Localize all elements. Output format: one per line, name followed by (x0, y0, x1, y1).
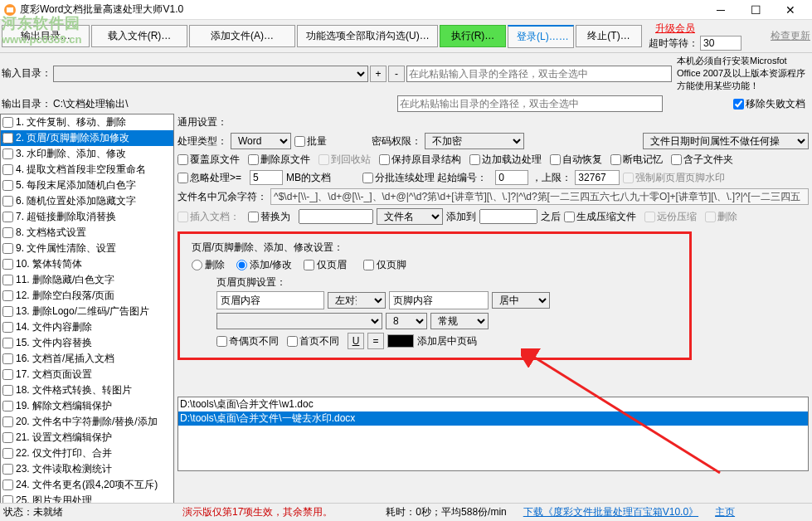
sidebar-item[interactable]: 21. 设置文档编辑保护 (1, 430, 173, 446)
sidebar-item[interactable]: 16. 文档首/尾插入文档 (1, 351, 173, 367)
hf-delete-radio[interactable] (192, 260, 202, 270)
sidebar-item[interactable]: 5. 每段末尾添加随机白色字 (1, 178, 173, 193)
font-style-select[interactable]: 常规 (430, 313, 489, 329)
input-dir-select[interactable] (53, 66, 368, 82)
header-align-select[interactable]: 左对齐 (328, 292, 386, 309)
filename-prefix-select[interactable]: 文件名首 (377, 208, 443, 225)
color-swatch[interactable] (387, 334, 414, 348)
break-mem-cb[interactable] (610, 154, 621, 165)
sidebar-item-checkbox[interactable] (2, 180, 13, 191)
file-list[interactable]: D:\tools\桌面\合并文件\w1.doc D:\tools\桌面\合并文件… (177, 397, 809, 471)
download-link[interactable]: 下载《度彩文件批量处理百宝箱V10.0》 (523, 505, 698, 519)
underline-button[interactable]: U (348, 333, 364, 349)
split-cb[interactable] (362, 173, 373, 183)
sidebar-item[interactable]: 24. 文件名更名(跟4,20项不互斥) (1, 477, 173, 493)
gen-zip-cb[interactable] (564, 212, 575, 222)
sidebar-item[interactable]: 14. 文件内容删除 (1, 319, 173, 335)
sidebar-item-checkbox[interactable] (2, 353, 13, 364)
sidebar-item-checkbox[interactable] (2, 464, 13, 475)
only-footer-cb[interactable] (363, 260, 374, 270)
input-dir-paste[interactable] (406, 66, 672, 82)
sidebar-item[interactable]: 6. 随机位置处添加隐藏文字 (1, 193, 173, 209)
sidebar-item-checkbox[interactable] (2, 416, 13, 427)
split-start-spin[interactable]: 0 (495, 170, 528, 185)
header-content-field[interactable] (216, 291, 324, 309)
sidebar-item-checkbox[interactable] (2, 448, 13, 459)
replace-as-cb[interactable] (248, 212, 259, 222)
sidebar-item-checkbox[interactable] (2, 243, 13, 254)
include-sub-cb[interactable] (671, 154, 682, 165)
sidebar-item-checkbox[interactable] (2, 212, 13, 222)
auto-recover-cb[interactable] (550, 154, 561, 165)
login-button[interactable]: 登录(L)…… (508, 25, 574, 48)
close-button[interactable]: ✕ (779, 3, 802, 17)
sidebar-item-checkbox[interactable] (2, 322, 13, 333)
sidebar-item[interactable]: 22. 仅文件打印、合并 (1, 446, 173, 461)
sidebar-item[interactable]: 4. 提取文档首段非空段重命名 (1, 162, 173, 178)
overwrite-cb[interactable] (177, 154, 188, 165)
sidebar-item-checkbox[interactable] (2, 133, 13, 144)
load-files-button[interactable]: 载入文件(R)… (91, 25, 187, 47)
add-file-button[interactable]: 添加文件(A)… (189, 25, 295, 47)
sidebar-item[interactable]: 12. 删除空白段落/页面 (1, 288, 173, 304)
minimize-button[interactable]: ─ (709, 3, 732, 17)
delete-orig-cb[interactable] (248, 154, 259, 165)
font-size-select[interactable]: 8 (386, 313, 427, 329)
ignore-cb[interactable] (177, 173, 188, 183)
sidebar-item[interactable]: 10. 繁体转简体 (1, 256, 173, 272)
batch-checkbox[interactable] (294, 136, 305, 147)
sidebar-item[interactable]: 8. 文档格式设置 (1, 225, 173, 241)
sidebar-item[interactable]: 23. 文件读取检测统计 (1, 461, 173, 477)
sidebar-item-checkbox[interactable] (2, 164, 13, 175)
sidebar-item[interactable]: 20. 文件名中字符删除/替换/添加 (1, 414, 173, 430)
edge-cb[interactable] (469, 154, 480, 165)
sidebar-item-checkbox[interactable] (2, 385, 13, 396)
sidebar-item[interactable]: 2. 页眉/页脚删除添加修改 (1, 130, 173, 146)
maximize-button[interactable]: ☐ (744, 3, 767, 17)
equals-button[interactable]: = (367, 333, 384, 349)
sidebar-item-checkbox[interactable] (2, 401, 13, 411)
add-input-button[interactable]: + (370, 66, 387, 82)
sidebar-item-checkbox[interactable] (2, 196, 13, 207)
addto-field[interactable] (479, 209, 537, 224)
check-update-link[interactable]: 检查更新 (771, 29, 810, 43)
redundant-field[interactable]: ^$\d+[\\-_]、\d+@[\\-_]、\d+@|^\d?第\d+[讲章节… (270, 188, 809, 205)
font-family-select[interactable] (216, 313, 382, 329)
output-dir-paste[interactable] (397, 95, 663, 112)
pwd-select[interactable]: 不加密 (425, 133, 524, 149)
sidebar-item[interactable]: 9. 文件属性清除、设置 (1, 241, 173, 256)
footer-content-field[interactable] (389, 291, 489, 309)
sidebar-item[interactable]: 19. 解除文档编辑保护 (1, 398, 173, 414)
replace-as-field[interactable] (299, 209, 373, 224)
remove-input-button[interactable]: - (388, 66, 405, 82)
execute-button[interactable]: 执行(R)… (440, 25, 506, 47)
sidebar-item-checkbox[interactable] (2, 338, 13, 348)
sidebar-item[interactable]: 3. 水印删除、添加、修改 (1, 146, 173, 162)
sidebar-item-checkbox[interactable] (2, 117, 13, 128)
home-link[interactable]: 主页 (715, 505, 735, 519)
first-diff-cb[interactable] (287, 336, 298, 347)
footer-pos-select[interactable]: 居中 (492, 292, 550, 309)
timeout-spin[interactable]: 30 (700, 36, 741, 51)
sidebar-item[interactable]: 13. 删除Logo/二维码/广告图片 (1, 304, 173, 319)
remove-failed-checkbox[interactable] (733, 99, 744, 110)
hf-add-radio[interactable] (236, 260, 247, 270)
sidebar-item[interactable]: 18. 文件格式转换、转图片 (1, 382, 173, 398)
sidebar-item-checkbox[interactable] (2, 369, 13, 380)
sidebar-item[interactable]: 15. 文件内容替换 (1, 335, 173, 351)
sidebar-item-checkbox[interactable] (2, 306, 13, 317)
sidebar-item[interactable]: 7. 超链接删除取消替换 (1, 209, 173, 225)
sidebar-item-checkbox[interactable] (2, 149, 13, 159)
only-header-cb[interactable] (304, 260, 314, 270)
process-type-select[interactable]: Word (231, 133, 291, 149)
sidebar-item-checkbox[interactable] (2, 432, 13, 443)
date-attr-select[interactable]: 文件日期时间属性不做任何操作 (643, 133, 809, 149)
stop-button[interactable]: 终止(T)… (576, 25, 642, 47)
sidebar-item-checkbox[interactable] (2, 259, 13, 270)
sidebar-item-checkbox[interactable] (2, 227, 13, 238)
file-row[interactable]: D:\tools\桌面\合并文件\w1.doc (178, 397, 808, 411)
sidebar-item-checkbox[interactable] (2, 275, 13, 285)
file-row[interactable]: D:\tools\桌面\合并文件\一键去水印.docx (178, 411, 808, 426)
keep-struct-cb[interactable] (379, 154, 390, 165)
sidebar-item[interactable]: 11. 删除隐藏/白色文字 (1, 272, 173, 288)
